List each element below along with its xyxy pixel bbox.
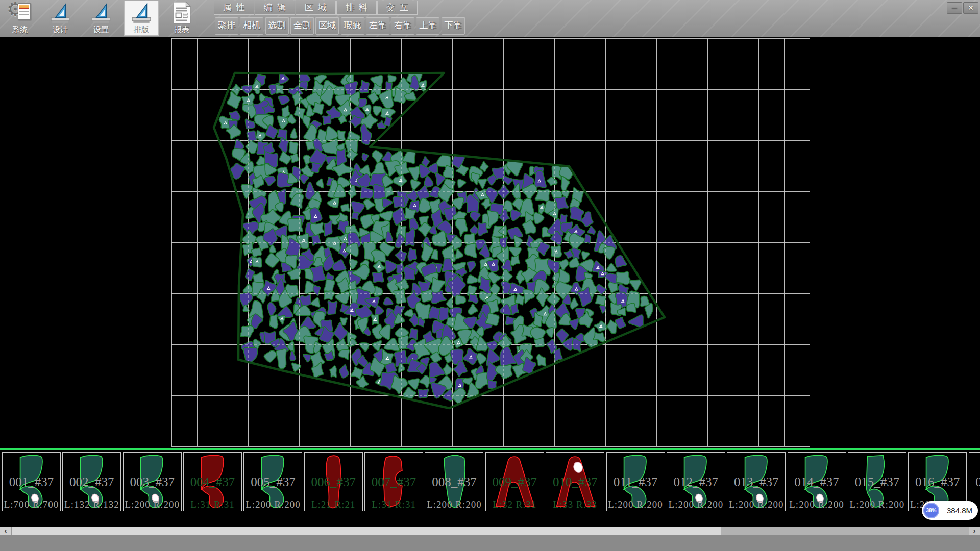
piece-meta: L:32 R:31 [486, 499, 544, 510]
piece-name: 008_#37 [425, 475, 483, 489]
piece-name: 002_#37 [63, 475, 120, 489]
memory-value: 384.8M [947, 501, 972, 520]
strip-cell-010_#37[interactable]: 010_#37L:33 R:33 [546, 452, 604, 511]
piece-name: 016_#37 [909, 475, 966, 489]
memory-status-pill: 38% 384.8M [922, 501, 978, 520]
main-button-label: 设置 [93, 24, 109, 35]
strip-cell-012_#37[interactable]: 012_#37L:200 R:200 [667, 452, 725, 511]
menu-tab-1[interactable]: 属性 [214, 1, 254, 15]
main-button-2[interactable]: 设计 [43, 1, 78, 36]
strip-cell-011_#37[interactable]: 011_#37L:200 R:200 [606, 452, 665, 511]
strip-cell-006_#37[interactable]: 006_#37L:21 R:21 [304, 452, 363, 511]
piece-name: 009_#37 [486, 475, 544, 489]
menu-tab-2[interactable]: 编辑 [255, 1, 295, 15]
triangle-ruler-icon [130, 1, 153, 24]
piece-meta: L:21 R:21 [305, 499, 362, 510]
piece-meta: L:31 R:31 [184, 499, 241, 510]
piece-meta: L:200 R:200 [788, 499, 846, 510]
action-button-2[interactable]: 相机 [240, 17, 263, 35]
main-button-label: 报表 [174, 24, 189, 35]
strip-cell-015_#37[interactable]: 015_#37L:200 R:200 [848, 452, 906, 511]
report-doc-icon [170, 1, 193, 24]
piece-meta: L:132 R:132 [63, 499, 120, 510]
action-button-8[interactable]: 右靠 [391, 17, 414, 35]
menu-tab-4[interactable]: 排料 [336, 1, 377, 15]
piece-name: 012_#37 [667, 475, 725, 489]
piece-name: 013_#37 [727, 475, 785, 489]
action-button-1[interactable]: 聚排 [215, 17, 238, 35]
piece-meta: L:200 R:200 [848, 499, 906, 510]
piece-meta: L:200 R:200 [607, 499, 665, 510]
scrollbar-thumb[interactable] [11, 527, 721, 535]
piece-film-strip: 001_#37L:700 R:700002_#37L:132 R:132003_… [0, 447, 980, 527]
strip-cell-004_#37[interactable]: 004_#37L:31 R:31 [183, 452, 242, 511]
strip-cell-013_#37[interactable]: 013_#37L:200 R:200 [727, 452, 786, 511]
piece-name: 001_#37 [3, 475, 60, 489]
strip-cell-014_#37[interactable]: 014_#37L:200 R:200 [788, 452, 846, 511]
strip-cell-007_#37[interactable]: 007_#37L:31 R:31 [364, 452, 423, 511]
main-button-label: 排版 [134, 24, 149, 35]
triangle-ruler-icon [48, 1, 72, 24]
piece-meta: L:200 R:200 [727, 499, 785, 510]
action-button-3[interactable]: 选割 [265, 17, 289, 35]
piece-name: 004_#37 [184, 475, 241, 489]
menu-tab-5[interactable]: 交互 [377, 1, 418, 15]
piece-meta: L:200 R:200 [244, 499, 302, 510]
piece-meta: L:33 R:33 [546, 499, 604, 510]
piece-name: 015_#37 [848, 475, 906, 489]
piece-name: 014_#37 [788, 475, 846, 489]
main-button-5[interactable]: 报表 [164, 1, 199, 36]
strip-accent-line [0, 448, 980, 450]
piece-meta: L:200 R:200 [667, 499, 725, 510]
action-button-5[interactable]: 区域 [315, 17, 339, 35]
main-button-3[interactable]: 设置 [84, 1, 118, 36]
piece-meta: L:31 R:31 [365, 499, 423, 510]
main-button-label: 设计 [53, 24, 68, 35]
strip-cell-009_#37[interactable]: 009_#37L:32 R:31 [485, 452, 544, 511]
close-button[interactable]: ✕ [963, 2, 978, 14]
action-button-6[interactable]: 瑕疵 [341, 17, 364, 35]
piece-name: 010_#37 [546, 475, 604, 489]
footer-bar [0, 535, 980, 551]
strip-cell-001_#37[interactable]: 001_#37L:700 R:700 [2, 452, 61, 511]
main-button-1[interactable]: ⚙系统 [3, 1, 37, 36]
action-button-7[interactable]: 左靠 [366, 17, 389, 35]
strip-cell-005_#37[interactable]: 005_#37L:200 R:200 [243, 452, 302, 511]
action-button-10[interactable]: 下靠 [442, 17, 465, 35]
scroll-left-arrow[interactable]: ‹ [0, 527, 11, 535]
action-button-9[interactable]: 上靠 [416, 17, 439, 35]
piece-meta: L:200 R:200 [124, 499, 181, 510]
nesting-canvas[interactable] [0, 37, 980, 447]
piece-name: 017_#37 [969, 475, 980, 489]
piece-name: 011_#37 [607, 475, 665, 489]
triangle-ruler-icon [89, 1, 113, 24]
piece-name: 005_#37 [244, 475, 302, 489]
progress-circle: 38% [923, 503, 939, 518]
action-button-4[interactable]: 全割 [290, 17, 314, 35]
piece-name: 003_#37 [124, 475, 181, 489]
piece-name: 006_#37 [305, 475, 362, 489]
menu-tab-3[interactable]: 区域 [296, 1, 336, 15]
main-button-4[interactable]: 排版 [124, 1, 159, 36]
gear-doc-icon: ⚙ [8, 1, 32, 24]
strip-cell-008_#37[interactable]: 008_#37L:200 R:200 [425, 452, 483, 511]
piece-meta: L:200 R:200 [425, 499, 483, 510]
piece-name: 007_#37 [365, 475, 423, 489]
scroll-right-arrow[interactable]: › [969, 527, 980, 535]
minimize-button[interactable]: ─ [947, 2, 962, 14]
strip-cell-002_#37[interactable]: 002_#37L:132 R:132 [62, 452, 121, 511]
horizontal-scrollbar[interactable]: ‹ › [0, 527, 980, 535]
toolbar: ⚙系统设计设置排版报表 属性编辑区域排料交互 聚排相机选割全割区域瑕疵左靠右靠上… [0, 0, 980, 37]
strip-cell-003_#37[interactable]: 003_#37L:200 R:200 [123, 452, 182, 511]
piece-meta: L:700 R:700 [3, 499, 60, 510]
main-button-label: 系统 [12, 24, 28, 35]
